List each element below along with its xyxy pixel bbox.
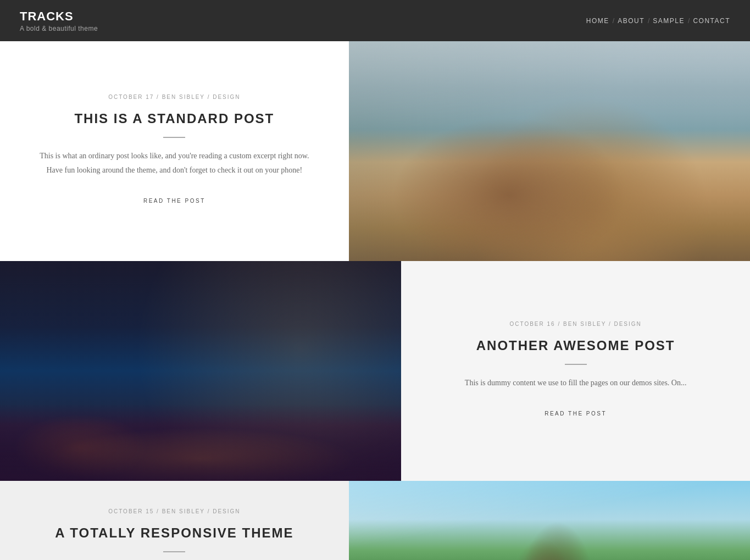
post-2-text-panel: OCTOBER 16 / BEN SIBLEY / DESIGN ANOTHER…: [401, 261, 750, 481]
nav-about[interactable]: ABOUT: [618, 17, 645, 25]
site-branding: TRACKS A bold & beautiful theme: [20, 9, 98, 32]
post-1-meta: OCTOBER 17 / BEN SIBLEY / DESIGN: [108, 94, 240, 100]
post-3-image-railway: [349, 481, 750, 560]
post-2-excerpt: This is dummy content we use to fill the…: [465, 376, 687, 390]
site-header: TRACKS A bold & beautiful theme HOME / A…: [0, 0, 750, 41]
nav-sep-1: /: [613, 17, 614, 25]
post-2-meta: OCTOBER 16 / BEN SIBLEY / DESIGN: [509, 321, 641, 327]
site-tagline: A bold & beautiful theme: [20, 25, 98, 32]
post-1-divider: [163, 137, 185, 138]
post-1-image-logs: [349, 41, 750, 261]
post-3-meta: OCTOBER 15 / BEN SIBLEY / DESIGN: [108, 508, 240, 514]
post-3-title: A TOTALLY RESPONSIVE THEME: [55, 524, 293, 541]
post-1-text-panel: OCTOBER 17 / BEN SIBLEY / DESIGN THIS IS…: [0, 41, 349, 261]
nav-home[interactable]: HOME: [586, 17, 609, 25]
posts-container: OCTOBER 17 / BEN SIBLEY / DESIGN THIS IS…: [0, 41, 750, 560]
post-2-image: [0, 261, 401, 481]
nav-sep-3: /: [688, 17, 690, 25]
post-3-divider: [163, 551, 185, 552]
post-1-read-more[interactable]: READ THE POST: [143, 193, 205, 208]
post-2-divider: [565, 364, 587, 365]
nav-sep-2: /: [648, 17, 649, 25]
nav-contact[interactable]: CONTACT: [693, 17, 730, 25]
post-2-title: ANOTHER AWESOME POST: [476, 337, 675, 354]
post-2-image-bridge: [0, 261, 401, 481]
post-1-title: THIS IS A STANDARD POST: [74, 110, 274, 127]
post-row-3: OCTOBER 15 / BEN SIBLEY / DESIGN A TOTAL…: [0, 481, 750, 560]
main-nav: HOME / ABOUT / SAMPLE / CONTACT: [586, 17, 730, 25]
site-title: TRACKS: [20, 9, 98, 24]
post-3-image: [349, 481, 750, 560]
post-row-2: OCTOBER 16 / BEN SIBLEY / DESIGN ANOTHER…: [0, 261, 750, 481]
nav-sample[interactable]: SAMPLE: [653, 17, 685, 25]
post-3-text-panel: OCTOBER 15 / BEN SIBLEY / DESIGN A TOTAL…: [0, 481, 349, 560]
post-2-read-more[interactable]: READ THE POST: [545, 406, 607, 421]
post-1-image: [349, 41, 750, 261]
post-1-excerpt: This is what an ordinary post looks like…: [33, 149, 316, 176]
post-row-1: OCTOBER 17 / BEN SIBLEY / DESIGN THIS IS…: [0, 41, 750, 261]
